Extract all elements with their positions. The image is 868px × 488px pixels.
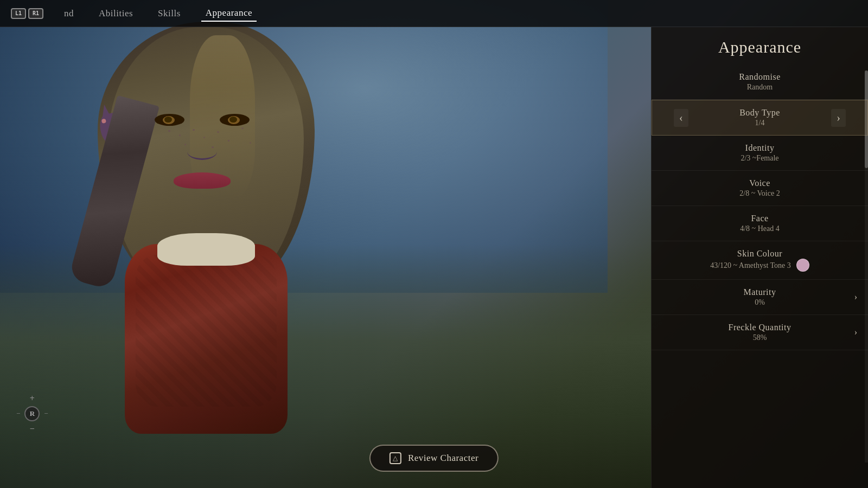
cam-left: −	[16, 409, 20, 418]
character-clothing	[125, 244, 288, 434]
tab-skills[interactable]: Skills	[154, 6, 185, 21]
randomise-label: Randomise	[668, 72, 852, 82]
triangle-icon: △	[390, 452, 401, 464]
controller-buttons: L1 R1	[11, 8, 43, 19]
panel-title: Appearance	[652, 27, 868, 65]
body-type-value: 1/4	[688, 119, 832, 127]
random-value: Random	[668, 83, 852, 92]
zoom-minus[interactable]: −	[30, 424, 35, 434]
character-collar	[157, 233, 255, 266]
appearance-panel: Appearance Randomise Random ‹ Body Type …	[651, 27, 868, 488]
l1-button[interactable]: L1	[11, 8, 26, 19]
character-freckles	[157, 125, 266, 179]
maturity-label: Maturity	[668, 287, 852, 297]
triangle-symbol: △	[393, 454, 398, 462]
maturity-item[interactable]: Maturity 0% ›	[652, 280, 868, 315]
cam-row: − R −	[16, 406, 48, 421]
clothing-pattern	[136, 255, 277, 407]
randomise-item[interactable]: Randomise Random	[652, 65, 868, 100]
cam-right: −	[44, 409, 48, 418]
tab-abilities[interactable]: Abilities	[94, 6, 137, 21]
voice-value: 2/8 ~ Voice 2	[668, 189, 852, 198]
freckle-quantity-item[interactable]: Freckle Quantity 58% ›	[652, 315, 868, 350]
identity-value: 2/3 ~Female	[668, 154, 852, 163]
identity-item[interactable]: Identity 2/3 ~Female	[652, 136, 868, 171]
freckle-quantity-chevron: ›	[854, 328, 857, 337]
body-type-arrow-left[interactable]: ‹	[674, 109, 688, 127]
identity-label: Identity	[668, 143, 852, 153]
character-portrait	[65, 16, 363, 461]
review-character-button[interactable]: △ Review Character	[369, 445, 499, 472]
freckle-quantity-label: Freckle Quantity	[668, 323, 852, 332]
face-label: Face	[668, 214, 852, 223]
tab-appearance[interactable]: Appearance	[201, 5, 257, 22]
skin-colour-item[interactable]: Skin Colour 43/120 ~ Amethyst Tone 3	[652, 241, 868, 280]
tab-background[interactable]: nd	[60, 6, 78, 21]
skin-colour-value: 43/120 ~ Amethyst Tone 3	[710, 261, 791, 270]
zoom-plus[interactable]: +	[30, 394, 35, 403]
nav-bar: L1 R1 nd Abilities Skills Appearance	[0, 0, 868, 27]
r1-button[interactable]: R1	[28, 8, 43, 19]
skin-colour-label: Skin Colour	[668, 249, 852, 259]
body-type-arrow-right[interactable]: ›	[831, 109, 846, 127]
maturity-value: 0%	[668, 298, 852, 307]
character-eye-left	[155, 114, 184, 126]
character-eye-right	[220, 114, 250, 126]
voice-item[interactable]: Voice 2/8 ~ Voice 2	[652, 171, 868, 206]
ear-earring	[101, 119, 106, 124]
review-character-label: Review Character	[408, 453, 478, 464]
body-type-item[interactable]: ‹ Body Type 1/4 ›	[652, 100, 868, 136]
body-type-content: Body Type 1/4	[688, 108, 832, 127]
freckle-quantity-value: 58%	[668, 333, 852, 342]
skin-colour-swatch[interactable]	[796, 259, 809, 272]
maturity-chevron: ›	[854, 292, 857, 302]
face-value: 4/8 ~ Head 4	[668, 224, 852, 233]
nav-tabs: nd Abilities Skills Appearance	[60, 5, 257, 22]
voice-label: Voice	[668, 178, 852, 188]
body-type-selector: ‹ Body Type 1/4 ›	[668, 108, 851, 127]
camera-controls: + − R − −	[16, 394, 48, 434]
body-type-label: Body Type	[688, 108, 832, 118]
character-viewport	[0, 0, 651, 488]
face-item[interactable]: Face 4/8 ~ Head 4	[652, 206, 868, 241]
skin-colour-row: 43/120 ~ Amethyst Tone 3	[668, 259, 852, 272]
cam-rotate-button[interactable]: R	[24, 406, 40, 421]
